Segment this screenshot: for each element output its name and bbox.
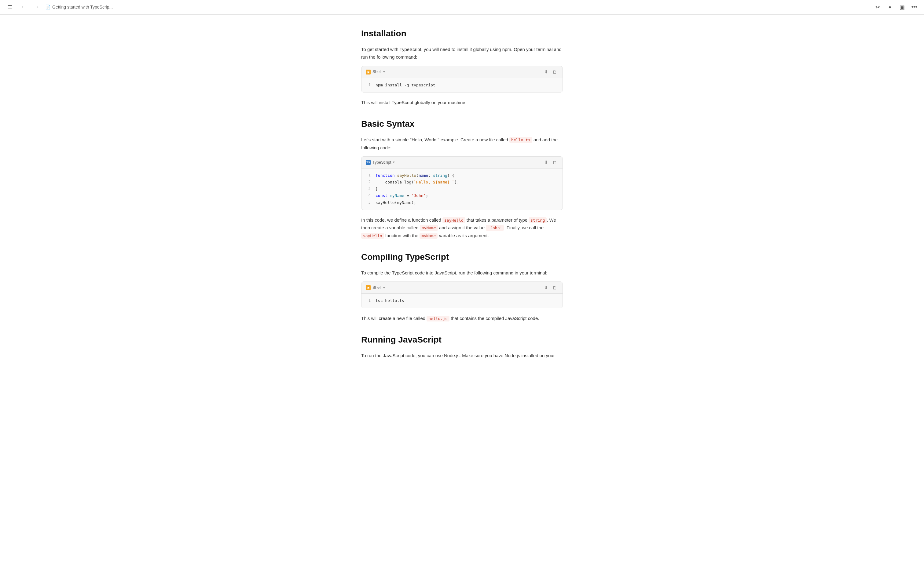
forward-button[interactable]: → <box>32 2 42 12</box>
lang-selector-2[interactable]: TS TypeScript ▾ <box>366 160 395 166</box>
p2-code3: myName <box>420 225 438 231</box>
more-icon: ••• <box>911 4 917 10</box>
code-block-typescript: TS TypeScript ▾ ⬇ 🗋 1 function sayHello(… <box>361 156 563 210</box>
code-line-ts-5: 5 sayHello(myName); <box>366 199 558 206</box>
line-num-ts-2: 2 <box>366 179 371 185</box>
layout-icon: ▣ <box>900 4 905 11</box>
compiling-paragraph-2: This will create a new file called hello… <box>361 314 563 322</box>
scissors-icon: ✂ <box>876 4 880 11</box>
download-button-1[interactable]: ⬇ <box>543 69 549 76</box>
basic-syntax-paragraph-1: Let's start with a simple "Hello, World!… <box>361 136 563 152</box>
installation-paragraph-2: This will install TypeScript globally on… <box>361 98 563 106</box>
line-content-ts-2: console.log(`Hello, ${name}!`); <box>376 179 558 185</box>
line-num-ts-3: 3 <box>366 185 371 192</box>
assign: = <box>404 193 411 198</box>
compiling-paragraph-1: To compile the TypeScript code into Java… <box>361 269 563 277</box>
forward-icon: → <box>34 4 39 10</box>
copy-button-3[interactable]: 🗋 <box>551 284 558 291</box>
breadcrumb-text: Getting started with TypeScrip... <box>52 4 113 10</box>
copy-button-2[interactable]: 🗋 <box>551 159 558 166</box>
kw-function: function <box>376 173 397 178</box>
p2-mid1: that takes a parameter of type <box>465 218 529 222</box>
lang-label-3: Shell <box>373 285 381 291</box>
semicolon-2: ); <box>454 180 459 184</box>
comp-p2-before: This will create a new file called <box>361 316 426 321</box>
p2-code2: string <box>528 218 547 223</box>
comp-p2-after: that contains the compiled JavaScript co… <box>449 316 539 321</box>
semicolon-4: ; <box>426 193 428 198</box>
p2-code6: myName <box>420 233 438 239</box>
code-body-3: 1 tsc hello.ts <box>362 294 562 308</box>
compiling-heading: Compiling TypeScript <box>361 250 563 264</box>
basic-syntax-paragraph-2: In this code, we define a function calle… <box>361 216 563 240</box>
document-icon: 📄 <box>45 4 50 10</box>
download-button-2[interactable]: ⬇ <box>543 159 549 166</box>
sidebar-toggle-button[interactable]: ☰ <box>5 2 15 12</box>
scissors-button[interactable]: ✂ <box>873 2 882 12</box>
topbar-left: ☰ ← → 📄 Getting started with TypeScrip..… <box>5 2 113 12</box>
back-button[interactable]: ← <box>18 2 28 12</box>
menu-icon: ☰ <box>7 4 12 11</box>
line-num-ts-1: 1 <box>366 172 371 179</box>
typescript-icon: TS <box>366 160 371 165</box>
layout-button[interactable]: ▣ <box>897 2 907 12</box>
star-button[interactable]: ✦ <box>885 2 895 12</box>
code-line-1: 1 npm install -g typescript <box>366 82 558 89</box>
var-myName: myName <box>390 193 404 198</box>
installation-heading: Installation <box>361 27 563 40</box>
p2-before: In this code, we define a function calle… <box>361 218 443 222</box>
code-block-header-1: ▣ Shell ▾ ⬇ 🗋 <box>362 66 562 78</box>
p2-end2: variable as its argument. <box>438 233 489 238</box>
code-block-actions-3: ⬇ 🗋 <box>543 284 558 291</box>
line-num-shell-2: 1 <box>366 297 371 304</box>
running-js-paragraph-1: To run the JavaScript code, you can use … <box>361 352 563 359</box>
shell-icon-1: ▣ <box>366 69 371 74</box>
code-line-ts-3: 3 } <box>366 185 558 192</box>
template-literal: `Hello, ${name}!` <box>414 180 454 184</box>
chevron-down-icon-2: ▾ <box>393 160 395 165</box>
running-js-heading: Running JavaScript <box>361 333 563 347</box>
lang-label-1: Shell <box>373 69 381 75</box>
type-string: string <box>433 173 447 178</box>
p2-code1: sayHello <box>443 218 465 223</box>
line-num-ts-4: 4 <box>366 192 371 199</box>
p2-code5: sayHello <box>361 233 384 239</box>
line-content-ts-3: } <box>376 185 558 192</box>
comp-p2-code: hello.js <box>426 316 449 321</box>
line-content-shell-2: tsc hello.ts <box>376 297 558 304</box>
p2-end: function with the <box>384 233 420 238</box>
code-line-ts-2: 2 console.log(`Hello, ${name}!`); <box>366 179 558 185</box>
code-block-shell-1: ▣ Shell ▾ ⬇ 🗋 1 npm install -g typescrip… <box>361 66 563 92</box>
main-content: Installation To get started with TypeScr… <box>355 15 569 388</box>
basic-syntax-text-before: Let's start with a simple "Hello, World!… <box>361 137 509 142</box>
more-button[interactable]: ••• <box>909 2 919 12</box>
code-line-ts-4: 4 const myName = 'John'; <box>366 192 558 199</box>
code-block-actions-2: ⬇ 🗋 <box>543 159 558 166</box>
kw-const: const <box>376 193 390 198</box>
code-block-header-3: ▣ Shell ▾ ⬇ 🗋 <box>362 282 562 294</box>
lang-selector-3[interactable]: ▣ Shell ▾ <box>366 285 385 291</box>
shell-icon-2: ▣ <box>366 285 371 290</box>
line-content-ts-5: sayHello(myName); <box>376 199 558 206</box>
p2-code4: 'John' <box>486 225 504 231</box>
basic-syntax-heading: Basic Syntax <box>361 117 563 131</box>
code-block-shell-2: ▣ Shell ▾ ⬇ 🗋 1 tsc hello.ts <box>361 282 563 308</box>
lang-label-2: TypeScript <box>373 160 391 166</box>
paren-close-brace: ) { <box>447 173 454 178</box>
basic-syntax-code-1: hello.ts <box>509 137 532 143</box>
code-line-ts-1: 1 function sayHello(name: string) { <box>366 172 558 179</box>
chevron-down-icon-1: ▾ <box>383 69 385 75</box>
line-num-ts-5: 5 <box>366 199 371 206</box>
copy-button-1[interactable]: 🗋 <box>551 69 558 76</box>
p2-mid3: and assign it the value <box>438 225 486 230</box>
lang-selector-1[interactable]: ▣ Shell ▾ <box>366 69 385 75</box>
download-button-3[interactable]: ⬇ <box>543 284 549 291</box>
code-line-shell-2: 1 tsc hello.ts <box>366 297 558 304</box>
indent-console: console.log( <box>376 180 414 184</box>
code-block-header-2: TS TypeScript ▾ ⬇ 🗋 <box>362 156 562 169</box>
code-block-actions-1: ⬇ 🗋 <box>543 69 558 76</box>
line-num-1: 1 <box>366 82 371 89</box>
code-body-2: 1 function sayHello(name: string) { 2 co… <box>362 169 562 210</box>
colon: : <box>428 173 433 178</box>
back-icon: ← <box>21 4 26 10</box>
